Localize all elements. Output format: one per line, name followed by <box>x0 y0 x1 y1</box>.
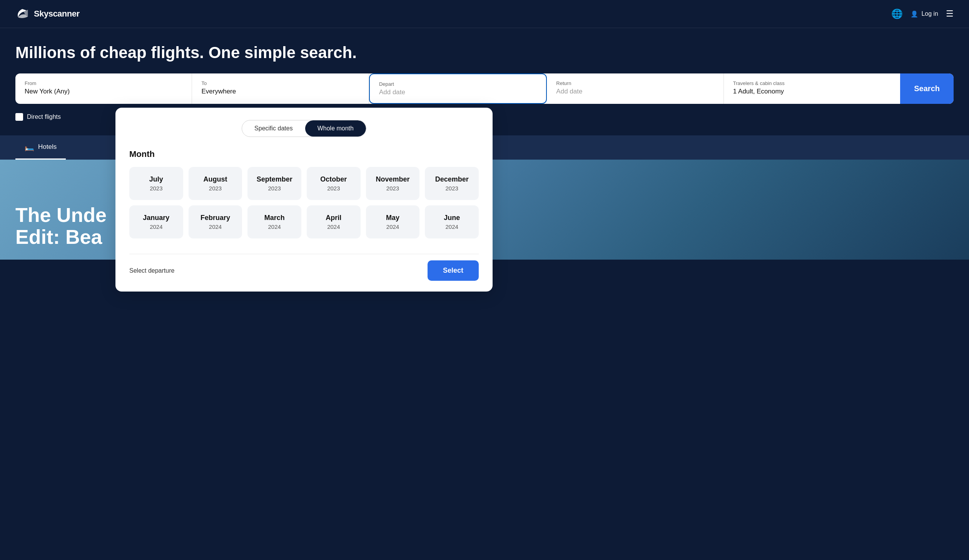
navbar-left: Skyscanner <box>15 7 80 21</box>
hotels-icon: 🛏️ <box>25 142 34 152</box>
brand-name: Skyscanner <box>34 9 80 19</box>
travelers-field[interactable]: Travelers & cabin class 1 Adult, Economy <box>724 73 900 104</box>
from-value: New York (Any) <box>25 88 70 95</box>
date-picker-dropdown: Specific dates Whole month Month July202… <box>115 108 493 292</box>
month-card-april-2024[interactable]: April2024 <box>307 205 361 238</box>
travelers-value: 1 Adult, Economy <box>733 88 784 95</box>
toggle-wrapper: Specific dates Whole month <box>242 120 366 137</box>
menu-icon[interactable]: ☰ <box>946 9 954 19</box>
hero-title: Millions of cheap flights. One simple se… <box>15 43 954 62</box>
tab-hotels-label: Hotels <box>38 143 57 151</box>
to-field[interactable]: To Everywhere <box>192 73 369 104</box>
month-card-march-2024[interactable]: March2024 <box>247 205 301 238</box>
depart-field[interactable]: Depart Add date <box>369 73 547 104</box>
depart-label: Depart <box>379 81 537 87</box>
tab-hotels[interactable]: 🛏️ Hotels <box>15 135 66 160</box>
from-field[interactable]: From New York (Any) <box>15 73 192 104</box>
from-label: From <box>25 80 182 86</box>
month-card-november-2023[interactable]: November2023 <box>366 167 420 200</box>
month-card-june-2024[interactable]: June2024 <box>425 205 479 238</box>
month-card-august-2023[interactable]: August2023 <box>189 167 242 200</box>
bg-text-line1: The Unde <box>15 204 107 226</box>
bg-text-line2: Edit: Bea <box>15 226 107 248</box>
to-value: Everywhere <box>201 88 236 95</box>
month-card-september-2023[interactable]: September2023 <box>247 167 301 200</box>
direct-flights-label: Direct flights <box>27 113 61 120</box>
date-type-toggle: Specific dates Whole month <box>129 120 479 137</box>
user-icon: 👤 <box>911 10 918 18</box>
navbar: Skyscanner 🌐 👤 Log in ☰ <box>0 0 969 28</box>
search-bar: From New York (Any) To Everywhere Depart… <box>15 73 954 104</box>
months-grid: July2023August2023September2023October20… <box>129 167 479 238</box>
month-section-label: Month <box>129 149 479 159</box>
login-button[interactable]: 👤 Log in <box>911 10 938 18</box>
globe-icon[interactable]: 🌐 <box>891 8 903 19</box>
return-label: Return <box>556 80 714 86</box>
direct-flights-checkbox[interactable] <box>15 113 23 121</box>
whole-month-toggle[interactable]: Whole month <box>305 120 366 137</box>
select-button[interactable]: Select <box>428 260 479 281</box>
month-card-december-2023[interactable]: December2023 <box>425 167 479 200</box>
specific-dates-toggle[interactable]: Specific dates <box>242 120 305 137</box>
month-card-may-2024[interactable]: May2024 <box>366 205 420 238</box>
search-button[interactable]: Search <box>900 73 954 104</box>
dropdown-footer: Select departure Select <box>129 254 479 281</box>
login-label: Log in <box>921 10 938 17</box>
return-placeholder: Add date <box>556 88 582 95</box>
depart-placeholder: Add date <box>379 88 405 96</box>
month-card-july-2023[interactable]: July2023 <box>129 167 183 200</box>
navbar-right: 🌐 👤 Log in ☰ <box>891 8 954 19</box>
select-departure-label: Select departure <box>129 267 174 274</box>
travelers-label: Travelers & cabin class <box>733 80 891 86</box>
month-card-february-2024[interactable]: February2024 <box>189 205 242 238</box>
hero-bg-text: The Unde Edit: Bea <box>15 204 107 248</box>
month-card-january-2024[interactable]: January2024 <box>129 205 183 238</box>
return-field[interactable]: Return Add date <box>547 73 723 104</box>
skyscanner-logo-icon <box>15 7 29 21</box>
to-label: To <box>201 80 359 86</box>
month-card-october-2023[interactable]: October2023 <box>307 167 361 200</box>
